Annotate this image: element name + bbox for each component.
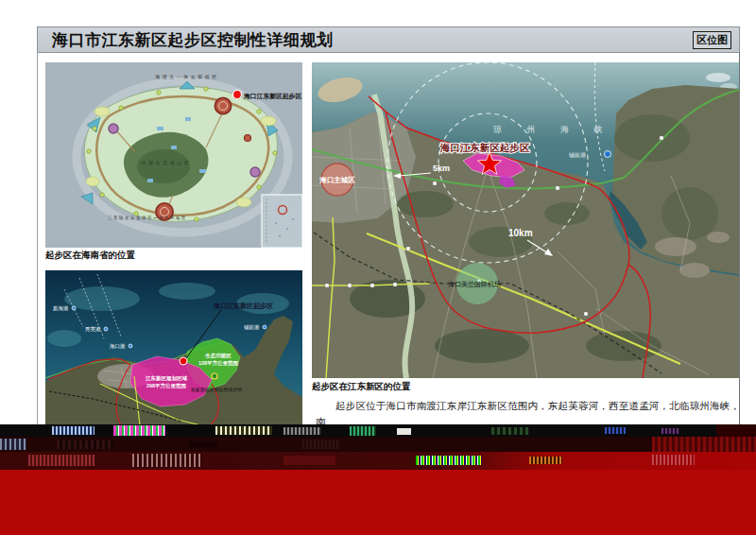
south-sea-inset bbox=[262, 195, 302, 248]
glitch-noise bbox=[416, 456, 482, 465]
glitch-noise bbox=[491, 427, 529, 435]
glitch-noise bbox=[113, 425, 165, 436]
glitch-noise bbox=[350, 426, 376, 436]
strait-label: 琼 州 海 峡 bbox=[492, 125, 614, 134]
location-map-caption: 起步区在江东新区的位置 bbox=[312, 381, 411, 393]
header-bar: 海口市江东新区起步区控制性详细规划 区位图 bbox=[37, 26, 740, 53]
glitch-noise bbox=[529, 457, 562, 464]
start-area-label: 海口江东新区起步区 bbox=[213, 302, 273, 310]
map-type-tag: 区位图 bbox=[693, 31, 731, 49]
glitch-noise bbox=[0, 439, 26, 450]
haikou-node bbox=[215, 98, 232, 114]
corruption-red-area bbox=[0, 470, 756, 535]
north-zone-label: 海澄文一体化双核区 bbox=[155, 74, 219, 80]
district-map: 新海港 秀英港 海口港 铺前港 海口江东新区起步区 江东新区规划区域 298平方… bbox=[45, 270, 302, 425]
port-puqian-label: 铺前港 bbox=[244, 324, 260, 331]
glitch-noise bbox=[57, 440, 113, 449]
glitch-noise bbox=[605, 427, 626, 434]
green-zone-label-2: 128平方公里范围 bbox=[198, 360, 239, 367]
center-zone-label: 中部生态绿心区 bbox=[142, 160, 192, 166]
radius-10km-label: 10km bbox=[508, 228, 533, 238]
glitch-noise bbox=[716, 424, 756, 437]
glitch-noise bbox=[662, 428, 679, 434]
airport-label: 海口美兰国际机场 bbox=[448, 281, 501, 288]
glitch-noise bbox=[302, 440, 340, 449]
port-xinhai-label: 新海港 bbox=[53, 305, 69, 312]
right-frame-line bbox=[739, 52, 740, 425]
glitch-noise bbox=[132, 454, 203, 467]
pink-zone-label-2: 298平方公里范围 bbox=[146, 383, 187, 389]
glitch-noise bbox=[652, 455, 695, 465]
glitch-band-maroon bbox=[0, 437, 756, 452]
green-zone-label-1: 生态功能区 bbox=[204, 353, 232, 359]
east-city-node bbox=[250, 167, 260, 177]
page-title: 海口市江东新区起步区控制性详细规划 bbox=[38, 29, 334, 51]
glitch-noise bbox=[189, 441, 217, 448]
glitch-band-noise bbox=[0, 424, 756, 437]
glitch-noise bbox=[28, 455, 94, 466]
province-map: 海澄文一体化双核区 中部生态绿心区 三亚陵水乐东保亭一体化双核区 海口江东新区起… bbox=[45, 62, 302, 248]
reserve-dot bbox=[212, 373, 217, 379]
wenchang-node bbox=[245, 135, 251, 142]
west-city-node bbox=[109, 124, 118, 133]
left-frame-line bbox=[37, 52, 38, 425]
glitch-noise bbox=[215, 426, 272, 435]
start-area-label: 海口江东新区起步区 bbox=[243, 93, 301, 100]
glitch-noise bbox=[397, 428, 411, 435]
province-map-caption: 起步区在海南省的位置 bbox=[45, 250, 135, 262]
glitch-noise bbox=[284, 427, 321, 435]
reserve-label: 东寨港国家级自然保护区 bbox=[191, 387, 243, 393]
start-area-dot bbox=[233, 91, 242, 99]
cloud bbox=[706, 73, 730, 82]
glitch-noise bbox=[52, 426, 94, 435]
pink-zone-label-1: 江东新区规划区域 bbox=[145, 375, 188, 382]
puqian-port-icon bbox=[605, 151, 611, 158]
puqian-port-label: 铺前港 bbox=[568, 152, 586, 159]
location-map: 海口主城区 海口美兰国际机场 海口江东新区起步区 5km 10km 琼 州 海 … bbox=[312, 62, 739, 378]
start-area-dot bbox=[180, 357, 187, 365]
south-zone-label: 三亚陵水乐东保亭一体化双核区 bbox=[108, 215, 187, 220]
radius-5km-label: 5km bbox=[433, 164, 450, 173]
forest-core bbox=[137, 149, 190, 183]
glitch-noise bbox=[284, 456, 335, 465]
glitch-band-red bbox=[0, 452, 756, 470]
main-city-label: 海口主城区 bbox=[318, 176, 355, 184]
port-haikou-label: 海口港 bbox=[110, 343, 126, 350]
start-area-label: 海口江东新区起步区 bbox=[439, 142, 530, 153]
glitch-noise bbox=[652, 437, 756, 452]
port-xiuying-label: 秀英港 bbox=[85, 326, 101, 333]
